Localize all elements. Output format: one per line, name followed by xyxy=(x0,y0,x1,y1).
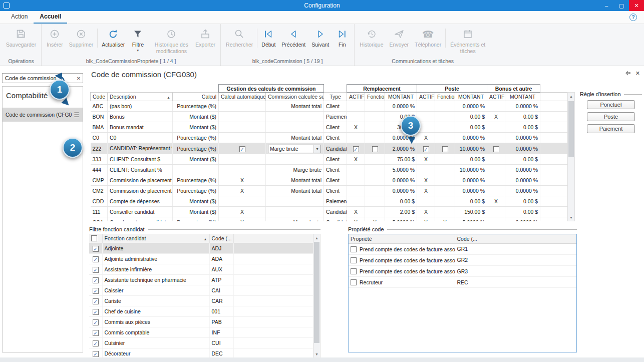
checkbox[interactable] xyxy=(351,246,357,252)
col-propriete[interactable]: Propriété xyxy=(349,234,455,243)
commission-calculee-sur-combo[interactable]: Marge brute▾ xyxy=(268,145,321,153)
col-poste-fonction[interactable]: Fonction xyxy=(435,93,455,101)
filter-row[interactable]: ✓CaissierCAI xyxy=(89,285,313,295)
filtre-button[interactable]: Filtre ▾ xyxy=(128,27,148,54)
filter-row[interactable]: ✓Chef de cuisine001 xyxy=(89,306,313,316)
scroll-up-icon[interactable]: ▲ xyxy=(313,234,320,241)
historique-button[interactable]: Historique xyxy=(357,27,386,49)
checkbox[interactable]: ✓ xyxy=(93,277,99,283)
supprimer-button[interactable]: Supprimer xyxy=(66,27,96,49)
filter-row[interactable]: ✓AdjointeADJ xyxy=(89,243,313,253)
checkbox[interactable]: ✓ xyxy=(239,146,245,152)
sauvegarder-button[interactable]: Sauvegarder xyxy=(3,27,39,49)
col-calcul[interactable]: Calcul xyxy=(173,93,219,101)
col-code[interactable]: Code xyxy=(91,93,108,101)
filter-row[interactable]: ✓CuisinierCUI xyxy=(89,337,313,348)
actualiser-button[interactable]: Actualiser xyxy=(99,27,128,49)
suivant-button[interactable]: Suivant xyxy=(308,27,332,49)
checkbox[interactable] xyxy=(351,268,357,274)
exporter-button[interactable]: Exporter xyxy=(192,27,218,49)
checkbox[interactable] xyxy=(372,146,378,152)
inserer-button[interactable]: Insérer xyxy=(44,27,66,49)
rechercher-button[interactable]: Rechercher xyxy=(223,27,256,49)
col-rem-actif[interactable]: ACTIF xyxy=(347,93,365,101)
col-rem-montant[interactable]: MONTANT xyxy=(385,93,417,101)
col-propriete-code[interactable]: Code (... xyxy=(455,234,479,243)
col-bonus-actif[interactable]: ACTIF xyxy=(487,93,505,101)
checkbox[interactable]: ✓ xyxy=(93,256,99,262)
clear-search-icon[interactable]: ✕ xyxy=(75,76,83,81)
checkbox[interactable]: ✓ xyxy=(93,319,99,325)
grid-row-BMA[interactable]: BMABonus mandatMontant ($)ClientX30.00 $… xyxy=(91,122,568,133)
precedent-button[interactable]: Précédent xyxy=(278,27,308,49)
grid-row-444[interactable]: 444CLIENT: Consultant %Marge bruteClient… xyxy=(91,165,568,175)
checkbox[interactable]: ✓ xyxy=(93,298,99,304)
col-calcul-automatique[interactable]: Calcul automatique xyxy=(219,93,266,101)
grid-row-ABC[interactable]: ABC(pas bon)Pourcentage (%)Montant total… xyxy=(91,101,568,112)
tab-accueil[interactable]: Accueil xyxy=(34,11,67,24)
checkbox[interactable]: ✓ xyxy=(93,309,99,315)
grid-row-CCA[interactable]: CCACoordonnateur candidatPourcentage (%)… xyxy=(91,217,568,221)
grid-row-CMP[interactable]: CMPCommission de placement 1Pourcentage … xyxy=(91,175,568,186)
scroll-down-icon[interactable]: ▼ xyxy=(568,214,574,221)
checkbox[interactable]: ✓ xyxy=(93,340,99,346)
col-rem-fonction[interactable]: Fonction xyxy=(365,93,385,101)
scrollbar-thumb[interactable] xyxy=(568,101,574,157)
grid-vertical-scrollbar[interactable]: ▲ ▼ xyxy=(567,92,575,221)
col-poste-montant[interactable]: MONTANT xyxy=(455,93,487,101)
grid-row-C0[interactable]: C0C0Pourcentage (%)Montant totalClient0.… xyxy=(91,133,568,143)
checkbox[interactable]: ✓ xyxy=(93,330,99,336)
scroll-down-icon[interactable]: ▼ xyxy=(313,350,320,357)
filter-row[interactable]: ✓CaristeCAR xyxy=(89,295,313,306)
col-type[interactable]: Type xyxy=(324,93,347,101)
checkbox[interactable] xyxy=(351,279,357,285)
col-commission-calculee-sur[interactable]: Commission calculée sur xyxy=(266,93,324,101)
pin-icon[interactable] xyxy=(624,70,630,77)
property-row[interactable]: RecruteurREC xyxy=(349,277,576,288)
fin-button[interactable]: Fin xyxy=(332,27,352,49)
grid-row-CM2[interactable]: CM2Commission de placement 2Pourcentage … xyxy=(91,186,568,196)
property-row[interactable]: Prend compte des codes de facture associ… xyxy=(349,265,576,276)
sidebar-item-code-de-commission[interactable]: Code de commission (CFG0... ☰ xyxy=(3,108,83,122)
minimize-button[interactable]: – xyxy=(599,0,614,11)
telephoner-button[interactable]: ☎ Téléphoner xyxy=(412,27,444,49)
checkbox[interactable]: ✓ xyxy=(93,267,99,273)
menu-icon[interactable]: ☰ xyxy=(72,111,80,119)
filter-row[interactable]: ✓DécorateurDEC xyxy=(89,348,313,358)
close-panel-icon[interactable]: ✕ xyxy=(635,70,640,77)
header-checkbox[interactable] xyxy=(91,235,97,241)
checkbox[interactable] xyxy=(493,146,499,152)
evenements-button[interactable]: Événements et tâches xyxy=(447,27,489,55)
filter-row[interactable]: ✓Assistante infirmièreAUX xyxy=(89,264,313,274)
historique-modifications-button[interactable]: Historique des modifications xyxy=(150,27,192,55)
checkbox[interactable]: ✓ xyxy=(423,146,429,152)
col-filtre-code[interactable]: Code (... xyxy=(209,234,233,243)
debut-button[interactable]: Début xyxy=(258,27,278,49)
grid-row-BON[interactable]: BONBonusMontant ($)Paiement0.00 $0.00 $X… xyxy=(91,112,568,122)
grid-row-CDD[interactable]: CDDCompte de dépensesMontant ($)Paiement… xyxy=(91,196,568,207)
checkbox[interactable]: ✓ xyxy=(93,246,99,252)
scrollbar-thumb[interactable] xyxy=(314,242,319,343)
checkbox[interactable]: ✓ xyxy=(353,146,359,152)
col-description[interactable]: ▲Description xyxy=(108,93,173,101)
paiement-button[interactable]: Paiement xyxy=(587,124,635,133)
chevron-down-icon[interactable]: ▾ xyxy=(313,145,320,153)
filter-row[interactable]: ✓Commis comptableINF xyxy=(89,327,313,337)
ponctuel-button[interactable]: Ponctuel xyxy=(587,100,635,109)
close-button[interactable]: ✕ xyxy=(629,0,644,11)
col-bonus-montant[interactable]: MONTANT xyxy=(505,93,540,101)
col-fonction-candidat[interactable]: ▲Fonction candidat xyxy=(102,234,209,243)
poste-button[interactable]: Poste xyxy=(587,112,635,121)
property-row[interactable]: Prend compte des codes de facture associ… xyxy=(349,254,576,265)
help-icon[interactable]: ? xyxy=(629,14,637,21)
envoyer-button[interactable]: Envoyer xyxy=(387,27,412,49)
tab-action[interactable]: Action xyxy=(5,11,34,24)
property-row[interactable]: Prend compte des codes de facture associ… xyxy=(349,243,576,254)
filter-row[interactable]: ✓Assistante technique en pharmacieATP xyxy=(89,274,313,285)
filter-row[interactable]: ✓Commis aux piècesPAB xyxy=(89,316,313,327)
grid-row-333[interactable]: 333CLIENT: Consultant $Montant ($)Client… xyxy=(91,154,568,165)
col-poste-actif[interactable]: ACTIF xyxy=(417,93,435,101)
grid-row-111[interactable]: 111Conseiller candidatMontant ($)XCandid… xyxy=(91,207,568,217)
grid-row-222[interactable]: 222CANDIDAT: Représentant %Pourcentage (… xyxy=(91,143,568,154)
maximize-button[interactable]: ▢ xyxy=(614,0,629,11)
